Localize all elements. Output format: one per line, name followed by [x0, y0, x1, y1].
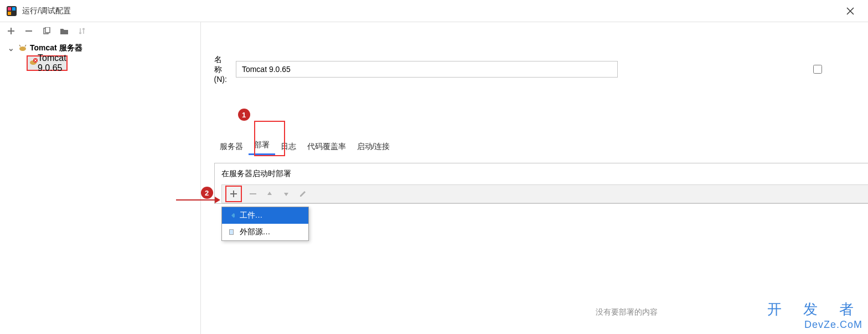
edit-deployment-button[interactable] — [297, 188, 308, 199]
tab-coverage[interactable]: 代码覆盖率 — [302, 138, 352, 155]
watermark-line2: DevZe.CoM — [767, 319, 862, 331]
name-row: 名称(N): 存储为项目文件(S) — [214, 30, 868, 109]
name-label: 名称(N): — [214, 55, 227, 84]
svg-rect-1 — [8, 7, 11, 11]
sort-config-button[interactable] — [76, 25, 87, 37]
add-deployment-button[interactable] — [225, 186, 242, 202]
dropdown-item-artifact-label: 工件… — [240, 210, 263, 220]
add-config-button[interactable] — [6, 25, 17, 37]
close-button[interactable] — [839, 0, 861, 22]
callout-1: 1 — [238, 109, 250, 121]
copy-config-button[interactable] — [41, 25, 52, 37]
tab-logs[interactable]: 日志 — [275, 138, 302, 155]
tabs: 1 服务器 部署 日志 代码覆盖率 启动/连接 — [214, 135, 868, 155]
deploy-toolbar: 2 — [221, 184, 868, 203]
move-up-button[interactable] — [264, 188, 275, 199]
callout-arrow — [176, 194, 220, 205]
chevron-down-icon: ⌄ — [8, 44, 16, 53]
tab-deploy[interactable]: 部署 — [249, 137, 275, 155]
svg-rect-2 — [12, 7, 16, 11]
config-tree: ⌄ Tomcat 服务器 Tomcat 9.0.65 — [0, 40, 200, 334]
watermark: 开 发 者 DevZe.CoM — [767, 300, 862, 331]
dropdown-item-external[interactable]: 外部源… — [222, 224, 308, 240]
tab-startup[interactable]: 启动/连接 — [352, 138, 396, 155]
tree-child-tomcat[interactable]: Tomcat 9.0.65 — [27, 55, 68, 71]
svg-rect-14 — [230, 230, 233, 234]
name-input[interactable] — [236, 61, 618, 78]
move-down-button[interactable] — [281, 188, 292, 199]
dropdown-item-external-label: 外部源… — [240, 227, 271, 237]
svg-rect-12 — [231, 213, 235, 218]
dropdown-item-artifact[interactable]: 工件… — [222, 207, 308, 224]
tab-server[interactable]: 服务器 — [214, 138, 249, 155]
left-panel: ⌄ Tomcat 服务器 Tomcat 9.0.65 — [0, 22, 201, 334]
right-panel: 名称(N): 存储为项目文件(S) 1 服务器 部署 日志 代码覆盖率 启动/连… — [201, 22, 868, 334]
tree-child-label: Tomcat 9.0.65 — [38, 53, 66, 73]
deploy-section-label: 在服务器启动时部署 — [221, 169, 868, 179]
add-deployment-dropdown: 工件… 外部源… — [221, 207, 309, 241]
deploy-section: 在服务器启动时部署 2 工件… 外部源… 没有要部 — [214, 163, 868, 204]
titlebar: 运行/调试配置 — [0, 0, 868, 22]
left-toolbar — [0, 22, 200, 40]
store-checkbox-input[interactable] — [627, 65, 868, 74]
svg-rect-3 — [8, 12, 11, 15]
tree-root-label: Tomcat 服务器 — [30, 43, 82, 53]
artifact-icon — [228, 212, 235, 219]
store-as-project-checkbox[interactable]: 存储为项目文件(S) — [627, 30, 868, 109]
tree-root-tomcat[interactable]: ⌄ Tomcat 服务器 — [0, 41, 200, 55]
window-title: 运行/调试配置 — [22, 6, 839, 16]
svg-rect-5 — [45, 27, 50, 33]
tomcat-error-icon — [29, 58, 38, 68]
app-icon — [7, 6, 17, 16]
tomcat-icon — [18, 44, 28, 53]
remove-config-button[interactable] — [23, 25, 34, 37]
external-source-icon — [228, 228, 235, 236]
folder-config-button[interactable] — [59, 25, 70, 37]
watermark-line1: 开 发 者 — [767, 300, 862, 319]
svg-marker-11 — [215, 197, 220, 203]
svg-point-6 — [19, 47, 26, 51]
remove-deployment-button[interactable] — [247, 188, 259, 199]
